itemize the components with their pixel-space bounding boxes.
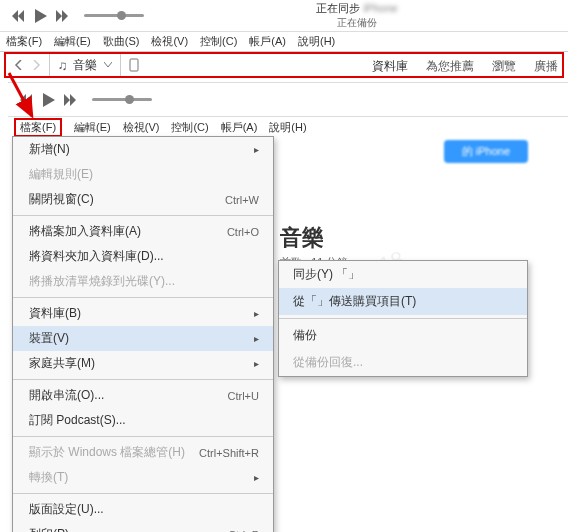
menu-home-sharing[interactable]: 家庭共享(M) [13,351,273,376]
sync-status: 正在同步 iPhone 正在備份 [154,1,560,30]
menu-edit[interactable]: 編輯(E) [74,120,111,135]
annotation-arrow [4,68,54,128]
menu-print[interactable]: 列印(P)...Ctrl+P [13,522,273,532]
device-icon[interactable] [121,54,147,76]
tab-radio[interactable]: 廣播 [534,58,558,75]
menu-help[interactable]: 說明(H) [298,34,335,49]
next-icon[interactable] [62,91,80,109]
prev-icon[interactable] [10,7,28,25]
menu-page-setup[interactable]: 版面設定(U)... [13,497,273,522]
music-note-icon: ♫ [58,58,68,73]
submenu-transfer-purchases[interactable]: 從「」傳送購買項目(T) [279,288,527,315]
menu-song[interactable]: 歌曲(S) [103,34,140,49]
device-submenu: 同步(Y) 「」 從「」傳送購買項目(T) 備份 從備份回復... [278,260,528,377]
menu-device[interactable]: 裝置(V) [13,326,273,351]
menu-subscribe-podcast[interactable]: 訂閱 Podcast(S)... [13,408,273,433]
tab-browse[interactable]: 瀏覽 [492,58,516,75]
media-selector[interactable]: ♫ 音樂 [50,54,120,76]
content-area: 的 iPhone 音樂 首歌 · 11 分鐘 [280,140,558,270]
menu-convert: 轉換(T) [13,465,273,490]
menu-new[interactable]: 新增(N) [13,137,273,162]
next-icon[interactable] [54,7,72,25]
menu-show-explorer: 顯示於 Windows 檔案總管(H)Ctrl+Shift+R [13,440,273,465]
volume-slider[interactable] [84,14,144,17]
menu-close-window[interactable]: 關閉視窗(C)Ctrl+W [13,187,273,212]
menu-account[interactable]: 帳戶(A) [249,34,286,49]
menu-burn: 將播放清單燒錄到光碟(Y)... [13,269,273,294]
page-title: 音樂 [280,223,558,253]
menu-account[interactable]: 帳戶(A) [221,120,258,135]
menu-edit[interactable]: 編輯(E) [54,34,91,49]
playback-bar-2 [8,83,568,117]
media-selector-label: 音樂 [73,57,97,74]
tab-foryou[interactable]: 為您推薦 [426,58,474,75]
svg-rect-0 [130,59,138,71]
file-dropdown: 新增(N) 編輯規則(E) 關閉視窗(C)Ctrl+W 將檔案加入資料庫(A)C… [12,136,274,532]
menu-add-folder[interactable]: 將資料夾加入資料庫(D)... [13,244,273,269]
menu-bar: 檔案(F) 編輯(E) 歌曲(S) 檢視(V) 控制(C) 帳戶(A) 說明(H… [0,32,568,52]
menu-view[interactable]: 檢視(V) [123,120,160,135]
menu-control[interactable]: 控制(C) [171,120,208,135]
menu-file[interactable]: 檔案(F) [6,34,42,49]
menu-bar-2: 檔案(F) 編輯(E) 檢視(V) 控制(C) 帳戶(A) 說明(H) [8,117,568,137]
playback-bar: 正在同步 iPhone 正在備份 [0,0,568,32]
volume-slider[interactable] [92,98,152,101]
menu-add-file[interactable]: 將檔案加入資料庫(A)Ctrl+O [13,219,273,244]
svg-line-1 [9,73,32,116]
chevron-down-icon [104,62,112,68]
menu-open-stream[interactable]: 開啟串流(O)...Ctrl+U [13,383,273,408]
device-button[interactable]: 的 iPhone [444,140,528,163]
play-icon[interactable] [32,7,50,25]
menu-library[interactable]: 資料庫(B) [13,301,273,326]
submenu-sync[interactable]: 同步(Y) 「」 [279,261,527,288]
menu-view[interactable]: 檢視(V) [151,34,188,49]
menu-control[interactable]: 控制(C) [200,34,237,49]
nav-tabs: 資料庫 為您推薦 瀏覽 廣播 [372,58,558,75]
menu-help[interactable]: 說明(H) [269,120,306,135]
submenu-backup[interactable]: 備份 [279,322,527,349]
tab-library[interactable]: 資料庫 [372,58,408,75]
submenu-restore: 從備份回復... [279,349,527,376]
menu-edit-rules: 編輯規則(E) [13,162,273,187]
